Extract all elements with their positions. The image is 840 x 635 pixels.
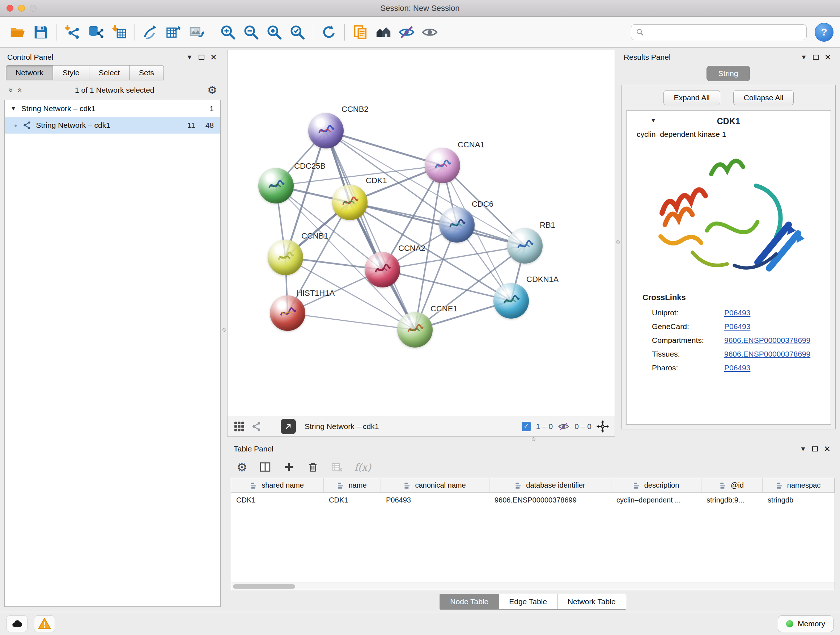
import-network-file-button[interactable] [61, 21, 84, 43]
network-row-selected[interactable]: ● String Network – cdk1 11 48 [5, 117, 220, 134]
network-edge[interactable] [326, 131, 442, 165]
collapse-all-networks-icon[interactable]: » [15, 88, 24, 92]
tab-sets[interactable]: Sets [129, 65, 164, 80]
table-cell[interactable]: stringdb:9... [701, 493, 763, 508]
pan-crosshair-icon[interactable] [597, 420, 609, 432]
tab-node-table[interactable]: Node Table [439, 594, 499, 610]
hidden-items-eye-icon[interactable] [558, 421, 569, 432]
table-cell[interactable]: P06493 [381, 493, 489, 508]
crosslink-value-link[interactable]: P06493 [724, 309, 831, 317]
panel-close-icon[interactable]: ✕ [824, 52, 831, 62]
network-edge[interactable] [350, 203, 525, 246]
collection-expand-icon[interactable]: ▼ [11, 105, 16, 112]
network-node-cdkn1a[interactable] [493, 283, 529, 318]
zoom-window-button[interactable] [30, 5, 36, 11]
zoom-fit-button[interactable] [263, 21, 286, 43]
duplicate-document-button[interactable] [349, 21, 371, 43]
share-network-icon[interactable] [251, 421, 262, 432]
grid-view-icon[interactable] [233, 421, 245, 432]
network-node-cdc25b[interactable] [258, 168, 294, 203]
splitter-handle[interactable] [223, 328, 226, 332]
cloud-status-button[interactable] [6, 616, 27, 632]
panel-float-icon[interactable] [812, 447, 818, 451]
crosslink-value-link[interactable]: 9606.ENSP00000378699 [724, 336, 831, 345]
column-header-namespac[interactable]: namespac [763, 478, 835, 492]
panel-menu-icon[interactable]: ▼ [801, 54, 807, 60]
table-row[interactable]: CDK1CDK1P064939606.ENSP00000378699cyclin… [231, 493, 835, 508]
network-node-rb1[interactable] [507, 228, 543, 264]
tab-edge-table[interactable]: Edge Table [499, 594, 557, 610]
warning-status-button[interactable] [34, 616, 55, 632]
network-node-cdc6[interactable] [439, 207, 475, 242]
delete-table-button-disabled[interactable] [331, 461, 343, 473]
network-node-ccnb2[interactable] [308, 113, 344, 149]
splitter-handle[interactable] [532, 437, 535, 441]
column-header--id[interactable]: @id [701, 478, 763, 492]
panel-float-icon[interactable] [813, 55, 819, 60]
import-network-database-button[interactable] [84, 21, 107, 43]
table-panel-splitter[interactable] [227, 437, 840, 442]
close-window-button[interactable] [6, 5, 13, 11]
minimize-window-button[interactable] [18, 5, 25, 11]
table-horizontal-scrollbar[interactable] [231, 583, 835, 590]
results-panel-splitter[interactable] [615, 48, 621, 437]
control-panel-splitter[interactable] [221, 48, 227, 612]
table-settings-gear-icon[interactable]: ⚙ [237, 461, 248, 473]
panel-close-icon[interactable]: ✕ [824, 444, 831, 454]
tab-select[interactable]: Select [89, 65, 129, 80]
collapse-all-button[interactable]: Collapse All [733, 90, 794, 105]
table-cell[interactable]: cyclin–dependent ... [611, 493, 701, 508]
function-builder-icon[interactable]: f(x) [355, 462, 371, 473]
memory-button[interactable]: Memory [778, 616, 834, 632]
network-node-cdk1[interactable] [332, 185, 368, 220]
network-collection-row[interactable]: ▼ String Network – cdk1 1 [5, 100, 220, 117]
search-input[interactable] [648, 28, 802, 36]
network-node-ccnb1[interactable] [268, 240, 303, 275]
column-header-canonical-name[interactable]: canonical name [381, 478, 489, 492]
scrollbar-thumb[interactable] [233, 584, 295, 589]
panel-menu-icon[interactable]: ▼ [800, 446, 806, 452]
search-box[interactable] [631, 24, 807, 40]
tab-style[interactable]: Style [53, 65, 89, 80]
delete-column-button[interactable] [307, 461, 319, 473]
home-button[interactable] [372, 21, 395, 43]
panel-menu-icon[interactable]: ▼ [186, 54, 193, 60]
table-cell[interactable]: stringdb [763, 493, 835, 508]
table-cell[interactable]: CDK1 [231, 493, 324, 508]
zoom-in-button[interactable] [217, 21, 239, 43]
network-canvas[interactable]: CCNB2 CCNA1 CDC25B CDK1 CDC6 RB1 CCNB1 C… [227, 50, 615, 416]
hide-panel-button[interactable] [395, 21, 418, 43]
column-header-shared-name[interactable]: shared name [231, 478, 324, 492]
help-button[interactable]: ? [815, 23, 834, 42]
network-node-ccna1[interactable] [425, 148, 460, 183]
add-column-button[interactable] [283, 461, 295, 473]
network-node-hist1h1a[interactable] [270, 295, 305, 331]
expand-all-button[interactable]: Expand All [663, 90, 720, 105]
network-node-ccna2[interactable] [365, 252, 400, 287]
zoom-selected-button[interactable] [286, 21, 309, 43]
expand-all-networks-icon[interactable]: » [6, 88, 16, 92]
column-header-description[interactable]: description [611, 478, 701, 492]
network-arrows-button[interactable] [139, 21, 161, 43]
selected-items-checkbox-icon[interactable]: ✓ [522, 422, 531, 431]
tab-string[interactable]: String [706, 66, 750, 81]
section-expand-icon[interactable]: ▼ [651, 117, 656, 124]
column-header-name[interactable]: name [324, 478, 381, 492]
tab-network-table[interactable]: Network Table [557, 594, 626, 610]
network-node-ccne1[interactable] [397, 312, 433, 348]
show-panel-button[interactable] [418, 21, 441, 43]
network-options-gear-icon[interactable]: ⚙ [207, 85, 217, 96]
table-cell[interactable]: 9606.ENSP00000378699 [489, 493, 611, 508]
import-table-button[interactable] [107, 21, 130, 43]
network-table-export-button[interactable] [162, 21, 185, 43]
crosslink-value-link[interactable]: 9606.ENSP00000378699 [724, 350, 831, 358]
column-header-database-identifier[interactable]: database identifier [489, 478, 611, 492]
zoom-out-button[interactable] [240, 21, 262, 43]
refresh-button[interactable] [317, 21, 340, 43]
table-cell[interactable]: CDK1 [324, 493, 381, 508]
network-edge[interactable] [287, 313, 415, 330]
tab-network[interactable]: Network [6, 65, 53, 80]
network-edge[interactable] [326, 131, 415, 330]
toggle-columns-button[interactable] [259, 461, 271, 473]
image-export-button[interactable] [185, 21, 208, 43]
